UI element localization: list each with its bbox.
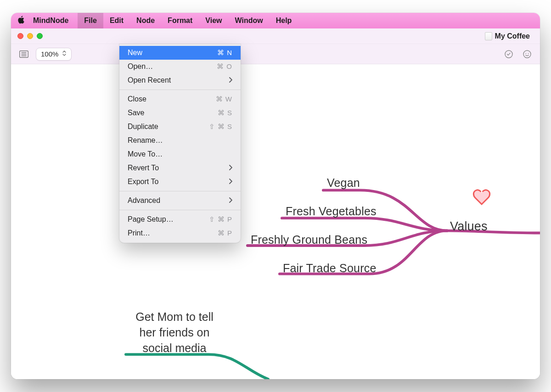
file-menu-close[interactable]: Close⌘ W <box>119 92 241 106</box>
svg-point-5 <box>523 50 531 58</box>
mindmap-canvas[interactable]: Values Vegan Fresh Vegetables Freshly Gr… <box>11 64 540 379</box>
file-menu-dropdown: New⌘ NOpen…⌘ OOpen RecentClose⌘ WSave⌘ S… <box>119 44 241 243</box>
menu-item-shortcut: ⌘ N <box>217 49 232 57</box>
window-titlebar: My Coffee <box>11 28 540 44</box>
menu-item-label: Open… <box>128 62 153 71</box>
node-social-media-text: Get Mom to tell her friends on social me… <box>135 310 214 354</box>
menu-item-shortcut: ⌘ W <box>216 95 232 103</box>
minimize-window-icon[interactable] <box>27 33 33 39</box>
menu-item-shortcut: ⌘ P <box>218 229 232 237</box>
menu-node[interactable]: Node <box>130 13 161 28</box>
menu-item-shortcut: ⌘ S <box>218 109 232 117</box>
file-menu-move-to[interactable]: Move To… <box>119 147 241 161</box>
menu-window[interactable]: Window <box>229 13 270 28</box>
file-menu-open-recent[interactable]: Open Recent <box>119 73 241 87</box>
menu-item-label: Page Setup… <box>128 215 174 224</box>
file-menu-duplicate[interactable]: Duplicate⇧ ⌘ S <box>119 120 241 134</box>
file-menu-export-to[interactable]: Export To <box>119 175 241 189</box>
menu-item-label: Duplicate <box>128 123 158 131</box>
menu-item-shortcut: ⇧ ⌘ S <box>209 123 232 131</box>
menu-separator <box>119 191 241 191</box>
node-vegan[interactable]: Vegan <box>327 176 360 190</box>
node-freshly-ground-beans[interactable]: Freshly Ground Beans <box>251 233 367 246</box>
menu-help[interactable]: Help <box>270 13 298 28</box>
file-menu-page-setup[interactable]: Page Setup…⇧ ⌘ P <box>119 213 241 226</box>
menu-item-label: Rename… <box>128 136 163 145</box>
menu-item-label: New <box>128 49 142 57</box>
file-menu-rename[interactable]: Rename… <box>119 134 241 147</box>
chevron-right-icon <box>229 164 232 172</box>
fullscreen-window-icon[interactable] <box>37 33 43 39</box>
chevron-right-icon <box>229 77 232 84</box>
chevron-right-icon <box>229 197 232 204</box>
menu-item-label: Advanced <box>128 196 160 205</box>
app-window: MindNode FileEditNodeFormatViewWindowHel… <box>11 13 540 379</box>
window-controls <box>17 33 43 39</box>
apple-menu-icon[interactable] <box>17 16 25 26</box>
menu-separator <box>119 90 241 90</box>
menu-item-label: Print… <box>128 229 150 237</box>
node-fresh-vegetables[interactable]: Fresh Vegetables <box>286 205 377 218</box>
menu-item-shortcut: ⌘ O <box>217 62 232 71</box>
svg-point-7 <box>528 53 529 54</box>
tasks-button[interactable] <box>502 48 515 61</box>
heart-icon <box>472 189 491 207</box>
menu-item-label: Move To… <box>128 150 163 158</box>
svg-point-6 <box>525 53 526 54</box>
file-menu-advanced[interactable]: Advanced <box>119 194 241 207</box>
menu-item-label: Open Recent <box>128 76 171 84</box>
zoom-selector[interactable]: 100% <box>36 48 72 61</box>
menubar: MindNode FileEditNodeFormatViewWindowHel… <box>11 13 540 28</box>
node-social-media[interactable]: Get Mom to tell her friends on social me… <box>126 309 223 356</box>
node-values[interactable]: Values <box>450 219 488 234</box>
file-menu-new[interactable]: New⌘ N <box>119 46 241 60</box>
stepper-icon <box>62 50 67 58</box>
document-file-icon <box>485 32 492 40</box>
file-menu-revert-to[interactable]: Revert To <box>119 161 241 175</box>
menu-format[interactable]: Format <box>161 13 199 28</box>
file-menu-print[interactable]: Print…⌘ P <box>119 226 241 240</box>
zoom-value: 100% <box>41 50 58 58</box>
menu-file[interactable]: File <box>78 13 103 28</box>
chevron-right-icon <box>229 178 232 185</box>
menu-separator <box>119 210 241 210</box>
document-title[interactable]: My Coffee <box>481 31 534 41</box>
node-fair-trade-source[interactable]: Fair Trade Source <box>283 262 377 275</box>
menu-edit[interactable]: Edit <box>103 13 130 28</box>
outline-toggle-button[interactable] <box>17 48 30 61</box>
file-menu-save[interactable]: Save⌘ S <box>119 106 241 120</box>
menu-item-label: Close <box>128 95 146 103</box>
menu-item-label: Revert To <box>128 164 159 172</box>
toolbar: 100% <box>11 44 540 64</box>
app-name[interactable]: MindNode <box>33 17 68 25</box>
menu-item-label: Save <box>128 109 144 117</box>
menu-view[interactable]: View <box>199 13 228 28</box>
close-window-icon[interactable] <box>17 33 23 39</box>
menu-item-shortcut: ⇧ ⌘ P <box>209 215 232 224</box>
document-title-text: My Coffee <box>495 32 530 40</box>
file-menu-open[interactable]: Open…⌘ O <box>119 60 241 73</box>
stickers-button[interactable] <box>521 48 534 61</box>
menu-item-label: Export To <box>128 178 158 186</box>
